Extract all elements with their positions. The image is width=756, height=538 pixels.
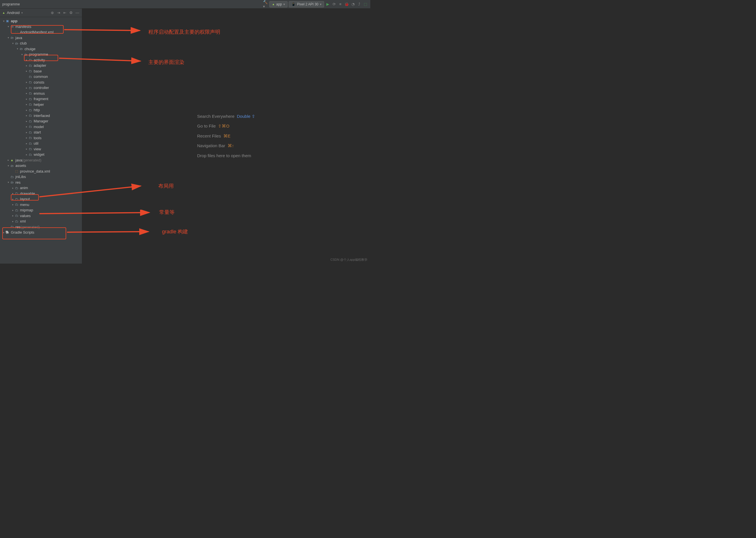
apply-changes-icon[interactable]: ⟳: [332, 2, 337, 7]
tree-arrow[interactable]: ▾: [7, 36, 10, 39]
tree-item-interfaced[interactable]: ▸🗀interfaced: [0, 113, 82, 119]
android-icon: ▲: [272, 3, 275, 6]
tree-arrow[interactable]: ▾: [7, 164, 10, 167]
tree-item-helper[interactable]: ▸🗀helper: [0, 102, 82, 108]
tree-arrow[interactable]: ▸: [25, 64, 28, 67]
tree-arrow[interactable]: ▸: [25, 142, 28, 145]
tree-item-mipmap[interactable]: ▸🗀mipmap: [0, 207, 82, 213]
tree-arrow[interactable]: ▸: [11, 192, 14, 195]
project-sidebar: ▲ Android ▾ ⊕ ⇥ ⇤ ⚙ — ▾▣app▾🗁manifests⬚A…: [0, 9, 82, 264]
tree-arrow[interactable]: ▸: [25, 70, 28, 73]
tree-item-xml[interactable]: ▸🗀xml: [0, 219, 82, 224]
tree-arrow[interactable]: ▸: [25, 92, 28, 95]
view-mode-selector[interactable]: ▲ Android ▾: [2, 11, 23, 15]
tree-arrow[interactable]: ▸: [11, 209, 14, 212]
tree-arrow[interactable]: ▸: [25, 59, 28, 61]
instant-run-icon[interactable]: ≡: [338, 2, 343, 7]
tree-item-java[interactable]: ▾🗁java: [0, 35, 82, 41]
tree-item-widget[interactable]: ▸🗀widget: [0, 152, 82, 157]
tree-item-manager[interactable]: ▸🗀Manager: [0, 118, 82, 124]
tree-arrow[interactable]: ▸: [11, 214, 14, 217]
tree-arrow[interactable]: ▸: [25, 136, 28, 139]
tree-arrow[interactable]: ▸: [11, 220, 14, 223]
tree-item-fragment[interactable]: ▸🗀fragment: [0, 96, 82, 102]
tree-arrow[interactable]: ▸: [25, 109, 28, 112]
tree-arrow[interactable]: ▸: [25, 147, 28, 150]
tree-arrow[interactable]: ▾: [16, 47, 19, 50]
tree-item-anim[interactable]: ▸🗀anim: [0, 185, 82, 191]
breadcrumb[interactable]: programme: [2, 2, 20, 6]
tree-item-jnilibs[interactable]: 🗀jniLibs: [0, 174, 82, 180]
tree-arrow[interactable]: ▾: [7, 181, 10, 184]
tree-item-values[interactable]: ▸🗀values: [0, 213, 82, 219]
tree-arrow[interactable]: ▸: [25, 81, 28, 83]
tree-arrow[interactable]: ▸: [11, 198, 14, 200]
tree-item-view[interactable]: ▸🗀view: [0, 146, 82, 152]
tree-item-layout[interactable]: ▸🗀layout: [0, 196, 82, 202]
collapse-icon[interactable]: ⇤: [63, 11, 67, 15]
tree-item-http[interactable]: ▸🗀http: [0, 107, 82, 113]
tree-item-manifests[interactable]: ▾🗁manifests: [0, 24, 82, 30]
tree-item-androidmanifest-xml[interactable]: ⬚AndroidManifest.xml: [0, 29, 82, 35]
tree-arrow[interactable]: ▸: [11, 203, 14, 206]
debug-button[interactable]: 🐞: [344, 2, 349, 7]
tree-item-chuige[interactable]: ▾🗁chuige: [0, 46, 82, 52]
shortcut-navbar: ⌘↑: [228, 143, 234, 148]
tree-item-tools[interactable]: ▸🗀tools: [0, 135, 82, 141]
tree-arrow[interactable]: ▸: [11, 187, 14, 189]
tree-item-res[interactable]: 🗀res (generated): [0, 224, 82, 230]
attach-icon[interactable]: ⤴: [356, 2, 362, 7]
tree-item-start[interactable]: ▸🗀start: [0, 130, 82, 135]
tree-arrow[interactable]: ▾: [7, 25, 10, 28]
tree-arrow[interactable]: ▸: [25, 97, 28, 100]
watermark: CSDN @个人app编程教学: [330, 258, 367, 262]
device-selector[interactable]: 📱 Pixel 2 API 30 ▾: [289, 1, 324, 7]
tree-item-adapter[interactable]: ▸🗀adapter: [0, 63, 82, 69]
tree-item-assets[interactable]: ▾🗁assets: [0, 163, 82, 169]
tree-item-menu[interactable]: ▸🗀menu: [0, 202, 82, 208]
tree-item-model[interactable]: ▸🗀model: [0, 124, 82, 130]
locate-icon[interactable]: ⊕: [50, 11, 54, 15]
project-tree[interactable]: ▾▣app▾🗁manifests⬚AndroidManifest.xml▾🗁ja…: [0, 17, 82, 264]
tree-arrow[interactable]: ▸: [25, 131, 28, 134]
tree-item-util[interactable]: ▸🗀util: [0, 141, 82, 146]
hammer-icon[interactable]: 🔨▾: [263, 2, 268, 7]
tree-item-consts[interactable]: ▸🗀consts: [0, 80, 82, 85]
tree-item-drawable[interactable]: ▸🗀drawable: [0, 191, 82, 196]
tree-arrow[interactable]: ▸: [25, 125, 28, 128]
tree-item-base[interactable]: ▸🗀base: [0, 69, 82, 74]
tree-item-programme[interactable]: ▾🗁programme: [0, 52, 82, 57]
tree-item-java[interactable]: ▸▲java (generated): [0, 157, 82, 163]
tree-arrow[interactable]: ▾: [21, 53, 24, 56]
tree-item-gradle-scripts[interactable]: ▸🐘Gradle Scripts: [0, 230, 82, 235]
welcome-panel: Search Everywhere Double ⇧ Go to File ⇧⌘…: [197, 112, 255, 161]
tree-item-res[interactable]: ▾🗁res: [0, 180, 82, 186]
tree-item-common[interactable]: 🗀common: [0, 74, 82, 80]
settings-icon[interactable]: ⚙: [69, 11, 73, 15]
run-button[interactable]: ▶: [325, 2, 330, 7]
tree-arrow[interactable]: ▸: [25, 86, 28, 89]
tree-arrow[interactable]: ▸: [7, 159, 10, 161]
run-config-selector[interactable]: ▲ app ▾: [269, 1, 288, 7]
tree-arrow[interactable]: ▾: [11, 42, 14, 45]
editor-area: Search Everywhere Double ⇧ Go to File ⇧⌘…: [82, 9, 370, 264]
tree-arrow[interactable]: ▸: [25, 120, 28, 123]
tree-item-controller[interactable]: ▸🗀controller: [0, 85, 82, 91]
expand-icon[interactable]: ⇥: [56, 11, 61, 15]
tree-arrow[interactable]: ▸: [25, 153, 28, 156]
tree-item-enmus[interactable]: ▸🗀enmus: [0, 91, 82, 96]
tree-item-app[interactable]: ▾▣app: [0, 18, 82, 24]
sync-icon[interactable]: ⬚: [363, 2, 368, 7]
hide-icon[interactable]: —: [75, 11, 80, 15]
tree-arrow[interactable]: ▸: [25, 114, 28, 117]
tree-arrow[interactable]: ▾: [2, 20, 5, 23]
android-icon: ▲: [2, 11, 5, 14]
tree-item-province-data-xml[interactable]: ⬚province_data.xml: [0, 169, 82, 174]
tree-arrow[interactable]: ▸: [25, 103, 28, 106]
tree-item-club[interactable]: ▾🗁club: [0, 40, 82, 46]
shortcut-recent: ⌘E: [223, 134, 231, 138]
shortcut-search: Double ⇧: [237, 114, 255, 119]
tree-arrow[interactable]: ▸: [2, 231, 5, 234]
tree-item-activity[interactable]: ▸🗀activity: [0, 57, 82, 63]
profile-icon[interactable]: ◔: [350, 2, 355, 7]
